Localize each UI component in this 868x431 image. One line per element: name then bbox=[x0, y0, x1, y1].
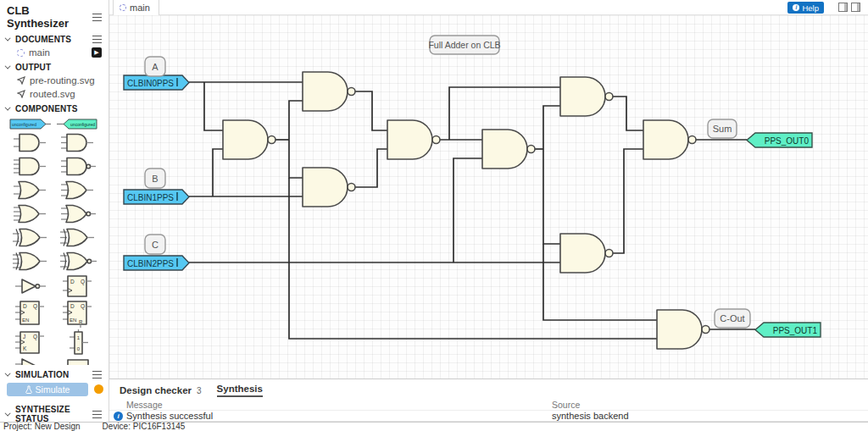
nand-gate-1[interactable] bbox=[223, 120, 275, 159]
main-area: main i Help bbox=[109, 0, 868, 422]
output-pin-pps-out0[interactable]: PPS_OUT0 bbox=[747, 133, 812, 147]
palette-d-flipflop-en[interactable]: D Q EN bbox=[8, 300, 53, 329]
status-device: Device: PIC16F13145 bbox=[103, 423, 186, 431]
palette-or2-gate[interactable] bbox=[8, 179, 53, 202]
export-svg-icon bbox=[17, 76, 25, 85]
section-components[interactable]: COMPONENTS bbox=[0, 101, 108, 115]
section-output[interactable]: OUTPUT bbox=[0, 59, 108, 74]
input-pin-clbin2[interactable]: CLBIN2PPS bbox=[124, 256, 189, 270]
svg-text:C: C bbox=[152, 240, 159, 250]
palette-nand-gate[interactable] bbox=[56, 155, 100, 178]
svg-text:PPS_OUT0: PPS_OUT0 bbox=[765, 136, 810, 146]
nand-gate-3[interactable] bbox=[303, 168, 355, 207]
input-pin-clbin0[interactable]: CLBIN0PPS bbox=[124, 75, 189, 90]
chevron-down-icon bbox=[5, 64, 11, 69]
chevron-down-icon bbox=[5, 105, 11, 111]
svg-text:EN: EN bbox=[70, 318, 76, 323]
nand-gate-4[interactable] bbox=[387, 120, 440, 159]
palette-or3-gate[interactable] bbox=[56, 179, 100, 202]
tab-main[interactable]: main bbox=[113, 0, 159, 15]
nand-gate-2[interactable] bbox=[303, 72, 355, 111]
status-project: Project: New Design bbox=[3, 423, 81, 431]
chevron-down-icon bbox=[5, 410, 11, 416]
app-menu-icon[interactable] bbox=[92, 14, 102, 21]
svg-text:Q: Q bbox=[81, 303, 85, 310]
nand-gate-9[interactable] bbox=[657, 310, 709, 349]
palette-nor-gate[interactable] bbox=[56, 202, 100, 225]
info-icon: i bbox=[793, 4, 799, 11]
section-documents[interactable]: DOCUMENTS bbox=[0, 31, 108, 46]
palette-xor3-gate[interactable] bbox=[56, 226, 100, 249]
input-pin-clbin1[interactable]: CLBIN1PPS bbox=[124, 190, 189, 204]
document-item-main[interactable]: main ▶ bbox=[0, 46, 108, 59]
net-label-cout[interactable]: C-Out bbox=[715, 309, 750, 328]
message-row[interactable]: i Synthesis successful synthesis backend bbox=[109, 411, 868, 422]
svg-text:Q: Q bbox=[33, 303, 37, 310]
palette-mux[interactable]: 1 0 bbox=[56, 329, 100, 356]
nand-gate-5[interactable] bbox=[482, 130, 535, 169]
nand-gate-8[interactable] bbox=[643, 120, 696, 159]
palette-not-gate[interactable] bbox=[8, 274, 53, 299]
svg-text:D: D bbox=[23, 303, 27, 309]
palette-jk-flipflop[interactable]: J Q K bbox=[8, 329, 53, 356]
output-item-routed[interactable]: routed.svg bbox=[0, 87, 108, 101]
nand-gate-6[interactable] bbox=[560, 77, 613, 116]
run-document-button[interactable]: ▶ bbox=[92, 47, 102, 58]
tab-synthesis[interactable]: Synthesis bbox=[217, 384, 263, 397]
svg-text:CLBIN1PPS: CLBIN1PPS bbox=[127, 193, 174, 202]
net-label-b[interactable]: B bbox=[145, 169, 165, 188]
palette-d-flipflop[interactable]: D Q bbox=[56, 274, 100, 299]
documents-menu-icon[interactable] bbox=[92, 36, 102, 43]
palette-xnor-gate[interactable] bbox=[56, 250, 100, 273]
component-palette: unconfigured unconfigured bbox=[0, 115, 108, 365]
palette-d-flipflop-en-r[interactable]: D Q EN R bbox=[56, 300, 100, 329]
synthesize-menu-icon[interactable] bbox=[92, 411, 102, 418]
status-bar: Project: New Design Device: PIC16F13145 bbox=[0, 422, 868, 431]
palette-and4-gate[interactable] bbox=[8, 155, 53, 178]
app-title: CLB Synthesizer bbox=[7, 4, 92, 30]
palette-output-pin[interactable]: unconfigured bbox=[56, 117, 100, 130]
document-icon bbox=[17, 49, 25, 57]
chevron-down-icon bbox=[5, 371, 11, 377]
messages-panel: Design checker 3 Synthesis Message Sourc… bbox=[109, 379, 868, 422]
svg-text:B: B bbox=[152, 174, 158, 184]
flask-icon bbox=[25, 385, 32, 394]
svg-text:Sum: Sum bbox=[713, 124, 732, 134]
svg-text:C-Out: C-Out bbox=[720, 313, 744, 323]
nand-gate-7[interactable] bbox=[560, 234, 613, 273]
panel-toggle-icon[interactable] bbox=[851, 3, 860, 12]
svg-text:A: A bbox=[152, 62, 159, 72]
output-item-pre-routing[interactable]: pre-routing.svg bbox=[0, 74, 108, 87]
svg-text:J: J bbox=[23, 334, 25, 340]
palette-xor2-gate[interactable] bbox=[8, 226, 53, 249]
info-icon: i bbox=[114, 412, 123, 421]
simulate-button[interactable]: Simulate bbox=[7, 383, 88, 396]
output-pin-pps-out1[interactable]: PPS_OUT1 bbox=[755, 323, 821, 337]
palette-or4-gate[interactable] bbox=[8, 202, 53, 225]
palette-and2-gate[interactable] bbox=[8, 131, 53, 154]
svg-text:unconfigured: unconfigured bbox=[12, 122, 36, 127]
simulation-menu-icon[interactable] bbox=[92, 371, 102, 379]
svg-text:PPS_OUT1: PPS_OUT1 bbox=[773, 326, 818, 335]
canvas-title-label[interactable]: Full Adder on CLB bbox=[428, 36, 500, 54]
svg-text:R: R bbox=[79, 319, 83, 324]
palette-input-pin[interactable]: unconfigured bbox=[8, 117, 53, 130]
export-svg-icon bbox=[17, 90, 25, 98]
help-button[interactable]: i Help bbox=[787, 2, 824, 14]
tab-design-checker[interactable]: Design checker 3 bbox=[120, 385, 202, 395]
svg-text:EN: EN bbox=[22, 318, 29, 323]
palette-xor4-gate[interactable] bbox=[8, 250, 53, 273]
palette-buffer-partial[interactable] bbox=[8, 357, 53, 365]
message-table-header: Message Source bbox=[109, 400, 868, 411]
panel-toggle-icon[interactable] bbox=[838, 3, 848, 12]
sidebar: CLB Synthesizer DOCUMENTS main ▶ OUTPUT … bbox=[0, 0, 109, 422]
net-label-c[interactable]: C bbox=[145, 235, 165, 254]
palette-box-partial[interactable] bbox=[56, 357, 100, 365]
net-label-a[interactable]: A bbox=[145, 57, 165, 76]
schematic-canvas[interactable]: CLBIN0PPS CLBIN1PPS CLBIN2PPS PPS_OUT0 P… bbox=[109, 15, 868, 379]
svg-text:unconfigured: unconfigured bbox=[70, 122, 95, 127]
net-label-sum[interactable]: Sum bbox=[708, 119, 737, 138]
section-simulation[interactable]: SIMULATION bbox=[0, 367, 108, 381]
svg-text:D: D bbox=[70, 303, 75, 309]
palette-and3-gate[interactable] bbox=[56, 131, 100, 154]
